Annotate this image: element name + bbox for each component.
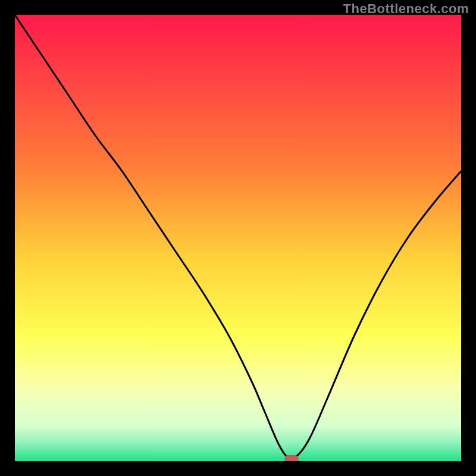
chart-frame: TheBottleneck.com [0, 0, 476, 476]
optimal-point-marker [284, 455, 299, 461]
plot-area [15, 15, 461, 461]
watermark-label: TheBottleneck.com [343, 1, 469, 17]
bottleneck-curve [15, 15, 461, 461]
